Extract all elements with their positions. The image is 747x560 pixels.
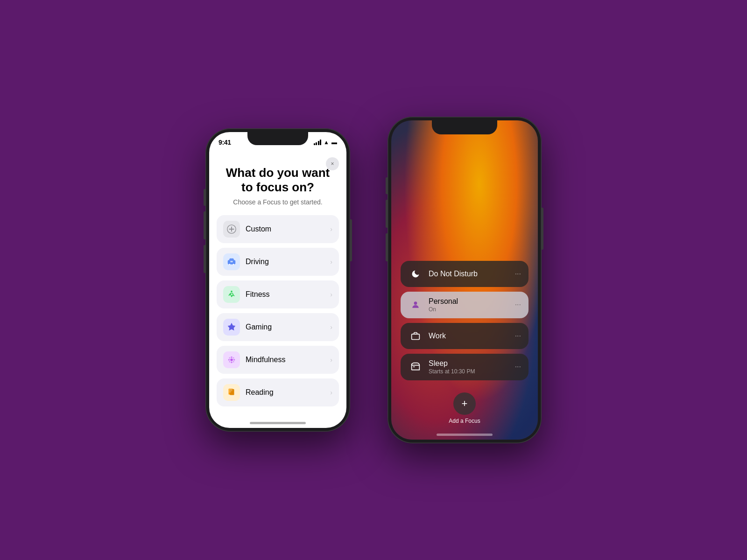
status-time: 9:41 (218, 139, 231, 146)
mindfulness-chevron: › (330, 356, 332, 364)
driving-icon (223, 253, 240, 270)
do-not-disturb-text: Do Not Disturb (429, 270, 515, 278)
svg-point-22 (414, 302, 417, 305)
custom-chevron: › (330, 225, 332, 233)
reading-label: Reading (246, 388, 330, 397)
focus-item-driving[interactable]: Driving › (217, 248, 339, 276)
add-focus-label: Add a Focus (449, 418, 480, 424)
left-phone-screen: 9:41 ▲ ▬ × What do you want to focus on?… (209, 132, 346, 428)
svg-point-12 (233, 359, 235, 361)
gaming-label: Gaming (246, 323, 330, 331)
notch-right (432, 120, 497, 134)
driving-label: Driving (246, 258, 330, 266)
phone-left: 9:41 ▲ ▬ × What do you want to focus on?… (205, 128, 350, 432)
reading-icon (223, 384, 240, 401)
mute-button-right (386, 177, 388, 194)
svg-point-11 (228, 359, 230, 361)
status-icons: ▲ ▬ (314, 139, 337, 146)
mindfulness-label: Mindfulness (246, 356, 330, 364)
work-label: Work (429, 332, 515, 340)
home-indicator-left (250, 422, 306, 424)
svg-rect-6 (230, 261, 233, 263)
svg-point-4 (229, 264, 231, 266)
focus-item-mindfulness[interactable]: Mindfulness › (217, 346, 339, 374)
sleep-text: Sleep Starts at 10:30 PM (429, 359, 515, 375)
sleep-label: Sleep (429, 359, 515, 368)
driving-chevron: › (330, 258, 332, 266)
focus-item-fitness[interactable]: Fitness › (217, 280, 339, 308)
briefcase-icon (408, 329, 423, 343)
svg-rect-23 (412, 334, 420, 340)
do-not-disturb-more[interactable]: ··· (515, 270, 521, 278)
svg-point-7 (231, 291, 233, 293)
bed-icon (408, 359, 423, 374)
fitness-label: Fitness (246, 290, 330, 299)
focus-row-work[interactable]: Work ··· (401, 323, 529, 349)
notch (247, 132, 308, 145)
power-button (350, 219, 352, 261)
signal-icon (314, 140, 322, 145)
svg-rect-19 (229, 389, 233, 390)
sleep-sub: Starts at 10:30 PM (429, 368, 515, 375)
svg-point-15 (229, 361, 231, 363)
fitness-chevron: › (330, 291, 332, 298)
right-phone-screen: Do Not Disturb ··· Personal On (391, 120, 538, 440)
add-focus-circle: + (453, 392, 476, 415)
volume-up-button (204, 211, 205, 239)
person-icon (408, 297, 423, 312)
focus-title: What do you want to focus on? (223, 166, 332, 195)
focus-subtitle: Choose a Focus to get started. (223, 198, 332, 206)
volume-down-button (204, 245, 205, 273)
svg-point-8 (230, 359, 233, 362)
volume-up-button-right (386, 200, 388, 228)
personal-sub: On (429, 306, 515, 313)
home-indicator-right (437, 434, 493, 436)
sleep-more[interactable]: ··· (515, 363, 521, 371)
gaming-chevron: › (330, 323, 332, 331)
focus-controls: Do Not Disturb ··· Personal On (391, 261, 538, 424)
mute-button (204, 189, 205, 206)
reading-chevron: › (330, 389, 332, 396)
wifi-icon: ▲ (324, 139, 329, 146)
work-text: Work (429, 332, 515, 340)
focus-row-do-not-disturb[interactable]: Do Not Disturb ··· (401, 261, 529, 287)
phone-right: Do Not Disturb ··· Personal On (388, 117, 542, 443)
fitness-icon (223, 286, 240, 303)
custom-icon (223, 221, 240, 238)
svg-rect-21 (229, 392, 232, 392)
focus-selection-content: × What do you want to focus on? Choose a… (209, 153, 346, 428)
power-button-right (542, 208, 543, 250)
custom-label: Custom (246, 225, 330, 233)
close-button[interactable]: × (326, 157, 339, 170)
work-more[interactable]: ··· (515, 332, 521, 340)
do-not-disturb-label: Do Not Disturb (429, 270, 515, 278)
svg-point-9 (231, 357, 233, 358)
personal-more[interactable]: ··· (515, 301, 521, 309)
personal-text: Personal On (429, 297, 515, 313)
svg-point-5 (233, 264, 234, 266)
focus-row-personal[interactable]: Personal On ··· (401, 292, 529, 318)
svg-point-16 (233, 361, 234, 363)
focus-list: Custom › (209, 213, 346, 408)
focus-item-gaming[interactable]: Gaming › (217, 313, 339, 341)
focus-item-reading[interactable]: Reading › (217, 378, 339, 406)
gaming-icon (223, 319, 240, 336)
add-focus-button[interactable]: + Add a Focus (401, 392, 529, 424)
battery-icon: ▬ (331, 139, 337, 146)
svg-point-14 (233, 357, 234, 359)
personal-label: Personal (429, 297, 515, 306)
moon-icon (408, 266, 423, 281)
focus-row-sleep[interactable]: Sleep Starts at 10:30 PM ··· (401, 354, 529, 380)
mindfulness-icon (223, 351, 240, 368)
svg-point-10 (231, 362, 233, 364)
phones-container: 9:41 ▲ ▬ × What do you want to focus on?… (205, 117, 542, 443)
svg-point-13 (229, 357, 231, 359)
volume-down-button-right (386, 233, 388, 261)
svg-rect-20 (229, 391, 233, 391)
focus-item-custom[interactable]: Custom › (217, 215, 339, 243)
